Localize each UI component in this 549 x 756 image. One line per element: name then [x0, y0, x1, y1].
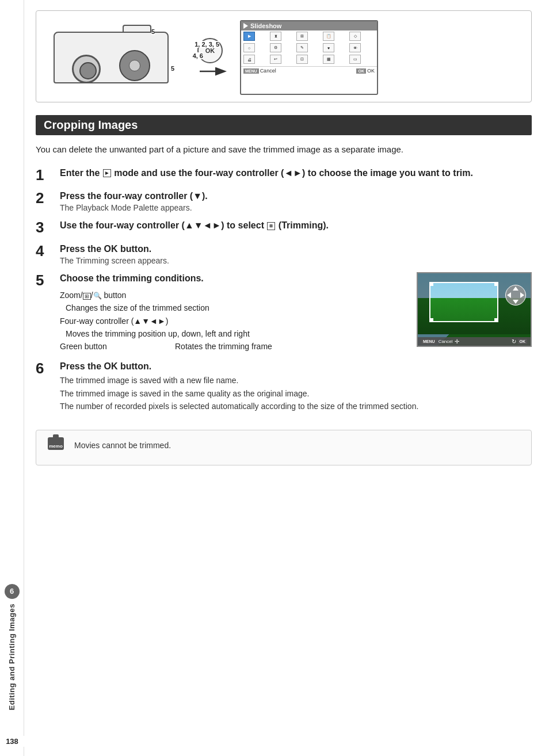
step-2-content: Press the four-way controller (▼). The P… — [60, 190, 532, 212]
trim-arrow-right — [520, 292, 524, 298]
step-3-title: Use the four-way controller (▲▼◄►) to se… — [60, 219, 532, 232]
fourway-desc-row: Moves the trimming position up, down, le… — [60, 327, 405, 340]
zoom-desc-row: Changes the size of the trimmed section — [60, 301, 405, 314]
screen-icon-6: ○ — [243, 43, 255, 52]
step-6-notes: The trimmed image is saved with a new fi… — [60, 374, 532, 413]
step-5-title: Choose the trimming conditions. — [60, 272, 405, 285]
screen-icon-8: ✎ — [296, 43, 308, 52]
screen-icon-play: ▶ — [243, 32, 255, 41]
step-5: 5 Choose the trimming conditions. Zoom/⊞… — [36, 272, 532, 353]
step-6-note3: The number of recorded pixels is selecte… — [60, 400, 532, 413]
zoom-row: Zoom/⊞/🔍 button — [60, 289, 405, 301]
step-2-title: Press the four-way controller (▼). — [60, 190, 532, 203]
screen-icon-12: ↩ — [270, 55, 281, 64]
screen-icon-13: ⊡ — [296, 55, 308, 64]
trim-cancel-text: Cancel — [439, 339, 453, 344]
memo-icon: memo — [45, 437, 66, 458]
screen-menu-label: MENU — [243, 68, 259, 74]
camera-illustration: 5 1, 2, 3, 5 4, 6 5 — [48, 20, 186, 95]
trim-cancel-group: MENU Cancel ✛ — [421, 338, 459, 345]
main-content: 5 1, 2, 3, 5 4, 6 5 OK Slideshow ▶ ⧗ ⊞ — [24, 0, 549, 756]
step-1: 1 Enter the ▶ mode and use the four-way … — [36, 167, 532, 184]
screen-icons-row2: ○ ⚙ ✎ ♥ 👁 — [241, 42, 377, 54]
screen-cancel-text: Cancel — [260, 68, 276, 74]
step-2: 2 Press the four-way controller (▼). The… — [36, 190, 532, 212]
step-2-subtitle: The Playback Mode Palette appears. — [60, 203, 532, 212]
step-6-title: Press the OK button. — [60, 360, 532, 373]
trim-screen-bottom: MENU Cancel ✛ ↻ OK — [418, 337, 531, 346]
screen-title: Slideshow — [250, 22, 281, 29]
arrow-right-icon — [199, 66, 227, 77]
corner-bl — [430, 318, 433, 322]
step-1-content: Enter the ▶ mode and use the four-way co… — [60, 167, 532, 180]
zoom-desc: Changes the size of the trimmed section — [66, 301, 209, 314]
screen-icon-3: ⊞ — [296, 32, 308, 41]
screen-ok-label: OK — [356, 68, 366, 74]
step-3: 3 Use the four-way controller (▲▼◄►) to … — [36, 219, 532, 236]
corner-tr — [494, 282, 498, 286]
intro-text: You can delete the unwanted part of a pi… — [36, 143, 532, 156]
green-label: Green button — [60, 340, 175, 353]
step-5-controls: Zoom/⊞/🔍 button Changes the size of the … — [60, 289, 405, 353]
screen-icon-15: ▭ — [349, 55, 361, 64]
screen-icon-9: ♥ — [323, 43, 334, 52]
step-4-number: 4 — [36, 243, 52, 259]
trim-move-icon: ✛ — [455, 338, 459, 345]
step-2-number: 2 — [36, 190, 52, 207]
screen-icon-5: ◇ — [349, 32, 361, 41]
memo-icon-body: memo — [48, 437, 64, 450]
screen-icon-7: ⚙ — [270, 43, 281, 52]
step-6: 6 Press the OK button. The trimmed image… — [36, 360, 532, 413]
step-3-content: Use the four-way controller (▲▼◄►) to se… — [60, 219, 532, 232]
trim-ok-label: OK — [518, 339, 528, 344]
zoom-label: Zoom/⊞/🔍 button — [60, 289, 175, 301]
sidebar: 6 Editing and Printing Images 138 — [0, 0, 24, 756]
trim-arrow-down — [513, 300, 518, 304]
diagram-label-5-top: 5 — [151, 28, 155, 35]
step-1-number: 1 — [36, 167, 52, 184]
diagram-label-123: 1, 2, 3, 5 — [195, 41, 219, 48]
screen-bottom-bar: MENU Cancel OK OK — [241, 66, 377, 75]
step-5-number: 5 — [36, 272, 52, 289]
top-diagram: 5 1, 2, 3, 5 4, 6 5 OK Slideshow ▶ ⧗ ⊞ — [36, 10, 532, 102]
corner-br — [494, 318, 498, 322]
memo-box: memo Movies cannot be trimmed. — [36, 430, 532, 465]
screen-icons-row1: ▶ ⧗ ⊞ 📋 ◇ — [241, 30, 377, 42]
chapter-number: 6 — [5, 584, 20, 599]
fourway-label: Four-way controller (▲▼◄►) — [60, 315, 175, 327]
green-row: Green button Rotates the trimming frame — [60, 340, 405, 353]
screen-illustration: Slideshow ▶ ⧗ ⊞ 📋 ◇ ○ ⚙ ✎ ♥ 👁 🖨 ↩ ⊡ — [240, 20, 378, 95]
trim-dpad — [505, 285, 526, 306]
step-4: 4 Press the OK button. The Trimming scre… — [36, 243, 532, 265]
section-heading: Cropping Images — [36, 115, 532, 135]
step-5-content: Choose the trimming conditions. Zoom/⊞/🔍… — [60, 272, 532, 353]
screen-icon-10: 👁 — [349, 43, 361, 52]
screen-icons-row3: 🖨 ↩ ⊡ ▦ ▭ — [241, 54, 377, 65]
diagram-label-46: 4, 6 — [193, 52, 203, 59]
step-6-note1: The trimmed image is saved with a new fi… — [60, 374, 532, 387]
memo-icon-text: memo — [49, 444, 63, 450]
screen-icon-4: 📋 — [323, 32, 334, 41]
trimming-screen-image: MENU Cancel ✛ ↻ OK — [417, 272, 532, 347]
diagram-label-5-bottom: 5 — [171, 65, 174, 72]
step-4-content: Press the OK button. The Trimming screen… — [60, 243, 532, 265]
step-1-title: Enter the ▶ mode and use the four-way co… — [60, 167, 532, 180]
trim-arrow-left — [507, 292, 511, 298]
trim-dpad-ring — [505, 285, 526, 306]
screen-icon-11: 🖨 — [243, 55, 255, 64]
trim-frame — [429, 282, 498, 322]
fourway-row: Four-way controller (▲▼◄►) — [60, 315, 405, 327]
memo-text: Movies cannot be trimmed. — [74, 437, 171, 452]
step-5-container: Choose the trimming conditions. Zoom/⊞/🔍… — [60, 272, 532, 353]
page-number: 138 — [0, 736, 24, 747]
step-4-subtitle: The Trimming screen appears. — [60, 256, 532, 265]
trim-ok-group: ↻ OK — [512, 338, 528, 345]
trimming-icon: ⊞ — [267, 222, 275, 230]
trim-arrow-up — [513, 287, 518, 291]
playback-mode-icon: ▶ — [103, 169, 111, 177]
memo-icon-tab — [53, 434, 59, 438]
step-5-text: Choose the trimming conditions. Zoom/⊞/🔍… — [60, 272, 405, 353]
screen-icon-2: ⧗ — [270, 32, 281, 41]
screen-title-bar: Slideshow — [241, 21, 377, 30]
trim-rotate-icon: ↻ — [512, 338, 516, 345]
